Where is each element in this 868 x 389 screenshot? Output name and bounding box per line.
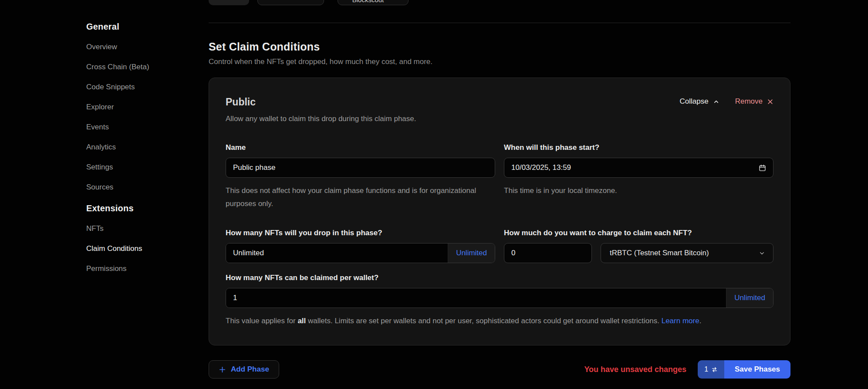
save-phases-button[interactable]: Save Phases — [724, 360, 790, 379]
block-explorer-label: Rootstock Blockscout — [344, 0, 392, 3]
block-explorer-button[interactable]: Rootstock Blockscout — [338, 0, 409, 5]
sidebar-item-settings[interactable]: Settings — [86, 163, 209, 171]
start-date-input[interactable]: 10/03/2025, 13:59 — [504, 158, 773, 178]
phase-card-titles: Public Allow any wallet to claim this dr… — [226, 96, 416, 123]
chevron-up-icon — [713, 98, 719, 105]
sidebar-item-claim-conditions[interactable]: Claim Conditions — [86, 245, 209, 253]
page-title: Set Claim Conditions — [209, 41, 790, 53]
page: General Overview Cross Chain (Beta) Code… — [0, 0, 868, 389]
phase-count-value: 1 — [704, 365, 708, 373]
sidebar-heading-general: General — [86, 22, 209, 32]
contract-address-button[interactable]: 0xcDc...740e9 — [257, 0, 324, 5]
start-field: When will this phase start? 10/03/2025, … — [504, 143, 773, 210]
sidebar-item-events[interactable]: Events — [86, 123, 209, 131]
sidebar: General Overview Cross Chain (Beta) Code… — [0, 0, 209, 389]
price-input[interactable] — [504, 243, 592, 263]
supply-unlimited-button[interactable]: Unlimited — [448, 244, 495, 263]
learn-more-link[interactable]: Learn more — [662, 317, 699, 325]
per-wallet-helper-end: . — [699, 317, 702, 325]
remove-button[interactable]: Remove — [735, 97, 773, 106]
sidebar-item-permissions[interactable]: Permissions — [86, 265, 209, 273]
currency-value: tRBTC (Testnet Smart Bitcoin) — [610, 249, 709, 257]
phase-card-header: Public Allow any wallet to claim this dr… — [226, 96, 773, 123]
sidebar-section-general: General Overview Cross Chain (Beta) Code… — [86, 22, 209, 191]
price-row: tRBTC (Testnet Smart Bitcoin) — [504, 243, 773, 263]
page-subtitle: Control when the NFTs get dropped, how m… — [209, 58, 790, 66]
per-wallet-field: How many NFTs can be claimed per wallet?… — [226, 274, 773, 328]
name-label: Name — [226, 143, 495, 152]
price-label: How much do you want to charge to claim … — [504, 229, 773, 237]
per-wallet-input[interactable] — [226, 288, 726, 308]
name-input[interactable] — [226, 158, 495, 178]
add-phase-button[interactable]: Add Phase — [209, 360, 279, 379]
price-field: How much do you want to charge to claim … — [504, 229, 773, 263]
swap-arrows-icon — [711, 366, 718, 373]
chevron-down-icon — [759, 250, 765, 257]
save-split-button: 1 Save Phases — [698, 360, 790, 379]
per-wallet-helper: This value applies for all wallets. Limi… — [226, 315, 773, 328]
phase-card-actions: Collapse Remove — [680, 97, 773, 106]
per-wallet-label: How many NFTs can be claimed per wallet? — [226, 274, 773, 282]
per-wallet-unlimited-button[interactable]: Unlimited — [726, 288, 773, 308]
sidebar-item-overview[interactable]: Overview — [86, 43, 209, 51]
collapse-button[interactable]: Collapse — [680, 97, 719, 106]
unsaved-changes-message: You have unsaved changes — [584, 365, 686, 374]
sidebar-item-code-snippets[interactable]: Code Snippets — [86, 83, 209, 91]
supply-label: How many NFTs will you drop in this phas… — [226, 229, 495, 237]
phases-footer: Add Phase You have unsaved changes 1 Sav… — [209, 360, 790, 379]
start-label: When will this phase start? — [504, 143, 773, 152]
supply-input[interactable] — [226, 244, 448, 263]
start-date-value: 10/03/2025, 13:59 — [511, 163, 571, 172]
page-header: Set Claim Conditions Control when the NF… — [209, 41, 790, 66]
currency-select[interactable]: tRBTC (Testnet Smart Bitcoin) — [601, 243, 773, 263]
plus-icon — [219, 366, 226, 373]
sidebar-item-cross-chain[interactable]: Cross Chain (Beta) — [86, 63, 209, 71]
phase-description: Allow any wallet to claim this drop duri… — [226, 115, 416, 123]
supply-field: How many NFTs will you drop in this phas… — [226, 229, 495, 263]
phase-count-button[interactable]: 1 — [698, 360, 724, 379]
phase-card: Public Allow any wallet to claim this dr… — [209, 78, 790, 345]
sidebar-item-analytics[interactable]: Analytics — [86, 143, 209, 151]
calendar-icon — [759, 164, 766, 172]
add-phase-label: Add Phase — [231, 365, 269, 374]
name-helper: This does not affect how your claim phas… — [226, 184, 495, 210]
start-helper: This time is in your local timezone. — [504, 184, 773, 197]
phase-form: Name This does not affect how your claim… — [226, 143, 773, 328]
per-wallet-input-group: Unlimited — [226, 288, 773, 308]
per-wallet-helper-bold: all — [297, 317, 306, 325]
close-icon — [767, 98, 773, 105]
sidebar-item-nfts[interactable]: NFTs — [86, 225, 209, 233]
remove-label: Remove — [735, 97, 763, 106]
sidebar-item-sources[interactable]: Sources — [86, 183, 209, 191]
sidebar-section-extensions: Extensions NFTs Claim Conditions Permiss… — [86, 203, 209, 273]
contract-topbar: 0xcDc...740e9 Rootstock Blockscout — [209, 0, 790, 23]
supply-input-group: Unlimited — [226, 243, 495, 263]
phase-title: Public — [226, 96, 416, 108]
save-area: You have unsaved changes 1 Save Phases — [584, 360, 790, 379]
main-content: 0xcDc...740e9 Rootstock Blockscout Set C… — [209, 0, 790, 389]
per-wallet-helper-suffix: wallets. Limits are set per wallets and … — [306, 317, 661, 325]
sidebar-heading-extensions: Extensions — [86, 203, 209, 213]
contract-tab-button[interactable] — [209, 0, 249, 5]
collapse-label: Collapse — [680, 97, 709, 106]
name-field: Name This does not affect how your claim… — [226, 143, 495, 210]
per-wallet-helper-prefix: This value applies for — [226, 317, 297, 325]
sidebar-item-explorer[interactable]: Explorer — [86, 103, 209, 111]
